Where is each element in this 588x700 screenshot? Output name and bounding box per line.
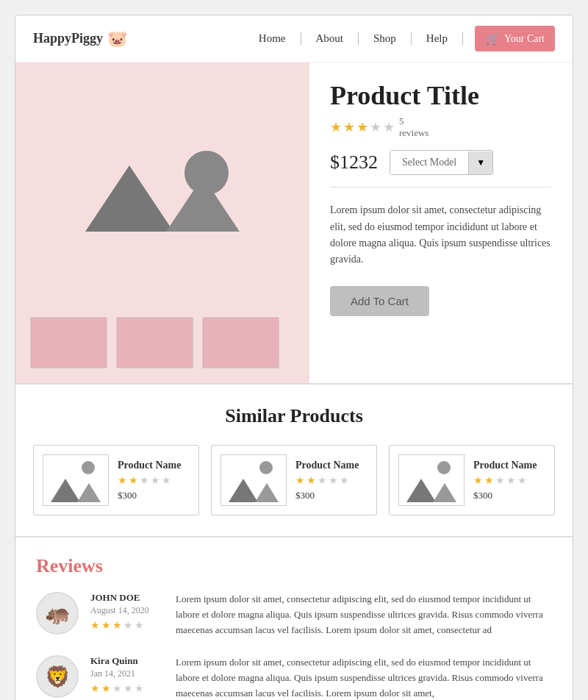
rev2-star-5: ★ <box>135 682 144 695</box>
review-text-2: Lorem ipsum dolor sit amet, consectetur … <box>176 655 552 700</box>
review-item-2: 🦁 Kira Quinn Jan 14, 2021 ★ ★ ★ ★ ★ Lore… <box>36 655 552 700</box>
reviewer-stars-1: ★ ★ ★ ★ ★ <box>90 619 164 632</box>
avatar-emoji-1: 🦛 <box>45 601 71 626</box>
reviewer-stars-2: ★ ★ ★ ★ ★ <box>90 682 164 695</box>
nav-help[interactable]: Help <box>412 32 463 45</box>
nav-shop[interactable]: Shop <box>359 32 412 45</box>
sim1-star-3: ★ <box>140 474 149 487</box>
reviewer-name-2: Kira Quinn <box>90 655 164 667</box>
sim-circle-2 <box>259 461 273 474</box>
star-5: ★ <box>383 119 395 135</box>
product-description: Lorem ipsum dolor sit amet, consectetur … <box>330 202 552 268</box>
main-product-image <box>30 77 295 305</box>
thumbnail-1[interactable] <box>30 317 107 368</box>
sim3-star-5: ★ <box>517 474 527 487</box>
sim3-star-2: ★ <box>484 474 494 487</box>
product-section: Product Title ★ ★ ★ ★ ★ 5 reviews $1232 … <box>15 63 573 385</box>
reviewer-date-1: August 14, 2020 <box>90 605 164 616</box>
avatar-emoji-2: 🦁 <box>45 665 71 689</box>
star-3: ★ <box>356 119 368 135</box>
product-price: $1232 <box>330 151 378 174</box>
similar-product-1[interactable]: Product Name ★ ★ ★ ★ ★ $300 <box>33 445 199 515</box>
rev1-star-1: ★ <box>90 619 100 632</box>
reviews-label: reviews <box>399 127 429 138</box>
sim3-star-3: ★ <box>495 474 505 487</box>
rating-text: 5 reviews <box>399 115 429 138</box>
similar-product-2-price: $300 <box>295 490 359 501</box>
similar-product-3[interactable]: Product Name ★ ★ ★ ★ ★ $300 <box>389 445 555 515</box>
product-details: Product Title ★ ★ ★ ★ ★ 5 reviews $1232 … <box>309 63 573 383</box>
header: HappyPiggy 🐷 Home About Shop Help 🛒 Your… <box>15 15 573 63</box>
sim-tri-r-3 <box>433 483 456 502</box>
similar-product-1-stars: ★ ★ ★ ★ ★ <box>118 474 181 487</box>
similar-product-3-info: Product Name ★ ★ ★ ★ ★ $300 <box>473 460 537 501</box>
thumbnail-3[interactable] <box>202 317 279 368</box>
review-item-1: 🦛 JOHN DOE August 14, 2020 ★ ★ ★ ★ ★ Lor… <box>36 592 552 638</box>
page-container: HappyPiggy 🐷 Home About Shop Help 🛒 Your… <box>15 15 573 700</box>
rev2-star-3: ★ <box>112 682 122 695</box>
sim-tri-l-2 <box>229 479 258 502</box>
reviewer-name-1: JOHN DOE <box>90 592 164 604</box>
similar-product-3-stars: ★ ★ ★ ★ ★ <box>473 474 537 487</box>
similar-product-3-price: $300 <box>473 490 537 501</box>
sim2-star-2: ★ <box>306 474 316 487</box>
sim1-star-4: ★ <box>151 474 160 487</box>
similar-product-1-name: Product Name <box>118 460 181 471</box>
rev2-star-4: ★ <box>123 682 133 695</box>
similar-product-2[interactable]: Product Name ★ ★ ★ ★ ★ $300 <box>211 445 377 515</box>
sim-tri-l-1 <box>51 479 80 502</box>
sim1-star-5: ★ <box>162 474 171 487</box>
main-nav: Home About Shop Help 🛒 Your Cart <box>244 26 555 51</box>
cart-icon: 🛒 <box>485 32 500 46</box>
triangle-left <box>85 165 173 232</box>
logo-pig-icon: 🐷 <box>107 29 127 49</box>
mountains-decoration <box>85 165 240 232</box>
sim-circle-3 <box>437 461 451 474</box>
rev1-star-5: ★ <box>135 619 144 632</box>
logo-text: HappyPiggy <box>33 31 103 46</box>
similar-product-1-image <box>43 454 109 506</box>
reviewer-avatar-1: 🦛 <box>36 592 79 635</box>
review-count: 5 <box>399 115 404 126</box>
model-select-label: Select Model <box>390 151 468 174</box>
product-image-area <box>15 63 309 383</box>
cart-label: Your Cart <box>504 33 545 45</box>
similar-product-3-image <box>398 454 465 506</box>
similar-product-2-info: Product Name ★ ★ ★ ★ ★ $300 <box>295 460 359 501</box>
product-stars: ★ ★ ★ ★ ★ <box>330 119 395 135</box>
nav-about[interactable]: About <box>301 32 359 45</box>
thumbnail-row <box>30 317 295 368</box>
review-text-1: Lorem ipsum dolor sit amet, consectetur … <box>176 592 552 638</box>
sim-tri-r-2 <box>255 483 279 502</box>
logo[interactable]: HappyPiggy 🐷 <box>33 29 127 49</box>
thumbnail-2[interactable] <box>116 317 193 368</box>
reviews-title: Reviews <box>36 555 552 577</box>
sim1-star-1: ★ <box>118 474 127 487</box>
model-select[interactable]: Select Model ▼ <box>390 150 493 175</box>
reviewer-meta-1: JOHN DOE August 14, 2020 ★ ★ ★ ★ ★ <box>90 592 164 638</box>
sim3-star-4: ★ <box>506 474 516 487</box>
rating-row: ★ ★ ★ ★ ★ 5 reviews <box>330 115 552 138</box>
add-to-cart-button[interactable]: Add To Cart <box>330 286 429 316</box>
sim2-star-3: ★ <box>318 474 327 487</box>
star-1: ★ <box>330 119 342 135</box>
similar-products-grid: Product Name ★ ★ ★ ★ ★ $300 <box>33 445 555 515</box>
sim-circle-1 <box>82 461 95 474</box>
similar-products-title: Similar Products <box>33 405 555 427</box>
star-2: ★ <box>343 119 355 135</box>
rev2-star-1: ★ <box>90 682 100 695</box>
price-model-row: $1232 Select Model ▼ <box>330 150 552 188</box>
model-select-arrow-icon[interactable]: ▼ <box>468 151 492 174</box>
image-placeholder <box>82 151 243 232</box>
triangle-right <box>166 176 240 232</box>
reviews-section: Reviews 🦛 JOHN DOE August 14, 2020 ★ ★ ★… <box>15 538 573 700</box>
cart-button[interactable]: 🛒 Your Cart <box>475 26 555 51</box>
nav-home[interactable]: Home <box>244 32 301 45</box>
similar-product-2-stars: ★ ★ ★ ★ ★ <box>295 474 359 487</box>
rev1-star-3: ★ <box>112 619 122 632</box>
rev1-star-2: ★ <box>101 619 111 632</box>
sim1-star-2: ★ <box>129 474 138 487</box>
similar-product-3-name: Product Name <box>473 460 537 471</box>
sim-tri-l-3 <box>406 479 436 502</box>
reviewer-meta-2: Kira Quinn Jan 14, 2021 ★ ★ ★ ★ ★ <box>90 655 164 700</box>
